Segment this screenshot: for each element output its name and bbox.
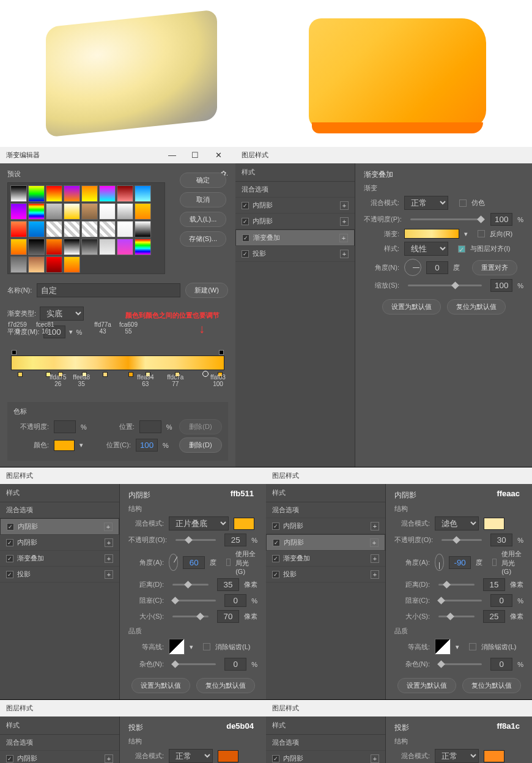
style-item[interactable]: ✓内阴影+ bbox=[235, 214, 355, 229]
preset-swatch[interactable] bbox=[10, 256, 27, 273]
size-slider[interactable] bbox=[172, 616, 209, 617]
scale-slider[interactable] bbox=[408, 285, 482, 286]
ok-button[interactable]: 确定 bbox=[180, 173, 226, 188]
save-button[interactable]: 存储(S)... bbox=[180, 231, 226, 247]
preset-swatch[interactable] bbox=[135, 221, 151, 237]
preset-swatch[interactable] bbox=[135, 203, 151, 220]
preset-swatch[interactable] bbox=[117, 221, 133, 237]
preset-swatch[interactable] bbox=[46, 256, 62, 273]
gradient-bar[interactable] bbox=[11, 355, 224, 370]
load-button[interactable]: 载入(L)... bbox=[180, 212, 226, 227]
opacity-input[interactable] bbox=[490, 213, 512, 226]
style-item[interactable]: ✓内阴影+ bbox=[266, 518, 385, 534]
preset-swatch[interactable] bbox=[64, 185, 80, 202]
close-button[interactable]: ✕ bbox=[208, 147, 229, 163]
style-item[interactable]: ✓内阴影+ bbox=[0, 751, 119, 763]
style-item[interactable]: ✓投影+ bbox=[266, 567, 385, 582]
opacity-input[interactable] bbox=[224, 534, 246, 546]
reset-default-button[interactable]: 复位为默认值 bbox=[196, 678, 255, 693]
blend-mode-select[interactable]: 滤色 bbox=[435, 516, 479, 530]
blend-mode-select[interactable]: 正常 bbox=[404, 196, 448, 210]
size-input[interactable] bbox=[483, 610, 505, 623]
preset-swatch[interactable] bbox=[64, 256, 80, 273]
angle-dial[interactable] bbox=[404, 259, 421, 276]
choke-slider[interactable] bbox=[438, 600, 482, 601]
contour-swatch[interactable] bbox=[435, 639, 451, 655]
style-item[interactable]: ✓内阴影+ bbox=[266, 751, 385, 763]
contour-swatch[interactable] bbox=[169, 639, 185, 655]
style-item[interactable]: ✓投影+ bbox=[235, 246, 355, 262]
set-default-button[interactable]: 设置为默认值 bbox=[397, 678, 456, 693]
preset-swatch[interactable] bbox=[99, 221, 116, 237]
dither-checkbox[interactable] bbox=[459, 199, 467, 207]
noise-slider[interactable] bbox=[172, 663, 216, 665]
reset-default-button[interactable]: 复位为默认值 bbox=[462, 678, 521, 693]
gradient-preview[interactable] bbox=[404, 229, 459, 239]
preset-swatch[interactable] bbox=[10, 221, 27, 237]
reverse-checkbox[interactable] bbox=[478, 230, 485, 237]
preset-swatch[interactable] bbox=[28, 239, 45, 255]
distance-slider[interactable] bbox=[172, 584, 209, 586]
color-chip[interactable] bbox=[484, 750, 504, 762]
style-item[interactable]: ✓渐变叠加+ bbox=[235, 229, 355, 246]
preset-swatch[interactable] bbox=[117, 203, 133, 220]
global-light-checkbox[interactable] bbox=[226, 559, 231, 566]
style-item[interactable]: ✓渐变叠加+ bbox=[266, 551, 385, 567]
preset-swatch[interactable] bbox=[64, 239, 80, 255]
style-item[interactable]: ✓内阴影+ bbox=[0, 518, 119, 535]
preset-swatch[interactable] bbox=[28, 185, 45, 202]
preset-swatch[interactable] bbox=[46, 221, 62, 237]
blend-options-item[interactable]: 混合选项 bbox=[0, 735, 119, 751]
angle-dial[interactable] bbox=[435, 554, 444, 571]
reset-align-button[interactable]: 重置对齐 bbox=[472, 260, 517, 275]
color-chip[interactable] bbox=[484, 518, 504, 530]
antialias-checkbox[interactable] bbox=[203, 643, 210, 650]
noise-input[interactable] bbox=[224, 658, 246, 671]
cancel-button[interactable]: 取消 bbox=[180, 192, 226, 207]
style-item[interactable]: ✓投影+ bbox=[0, 567, 119, 582]
distance-input[interactable] bbox=[483, 578, 505, 591]
distance-slider[interactable] bbox=[438, 584, 475, 586]
distance-input[interactable] bbox=[217, 578, 239, 591]
preset-swatch[interactable] bbox=[28, 256, 45, 273]
opacity-stop[interactable] bbox=[12, 350, 17, 355]
color-chip[interactable] bbox=[234, 518, 254, 530]
preset-swatch[interactable] bbox=[99, 239, 116, 255]
angle-input[interactable] bbox=[449, 556, 471, 569]
preset-swatch[interactable] bbox=[28, 221, 45, 237]
size-slider[interactable] bbox=[438, 616, 475, 617]
maximize-button[interactable]: ☐ bbox=[185, 147, 206, 163]
preset-swatch[interactable] bbox=[10, 185, 27, 202]
reset-default-button[interactable]: 复位为默认值 bbox=[447, 299, 506, 315]
set-default-button[interactable]: 设置为默认值 bbox=[131, 678, 190, 693]
preset-swatch[interactable] bbox=[46, 185, 62, 202]
style-select[interactable]: 线性 bbox=[404, 242, 448, 256]
set-default-button[interactable]: 设置为默认值 bbox=[382, 299, 441, 315]
blend-options-item[interactable]: 混合选项 bbox=[266, 735, 385, 751]
style-item[interactable]: ✓内阴影+ bbox=[0, 535, 119, 551]
preset-swatch[interactable] bbox=[135, 239, 151, 255]
grad-type-select[interactable]: 实底 bbox=[40, 307, 84, 321]
minimize-button[interactable]: — bbox=[161, 147, 183, 163]
style-item[interactable]: ✓内阴影+ bbox=[266, 534, 385, 551]
style-item[interactable]: ✓渐变叠加+ bbox=[0, 551, 119, 567]
angle-dial[interactable] bbox=[169, 554, 178, 571]
choke-input[interactable] bbox=[490, 594, 512, 607]
color-swatch[interactable] bbox=[54, 440, 75, 451]
style-item[interactable]: ✓内阴影+ bbox=[235, 198, 355, 214]
opacity-slider[interactable] bbox=[175, 539, 216, 541]
preset-swatch[interactable] bbox=[99, 185, 116, 202]
preset-swatch[interactable] bbox=[135, 185, 151, 202]
preset-swatch[interactable] bbox=[10, 239, 27, 255]
global-light-checkbox[interactable] bbox=[492, 559, 497, 566]
blend-mode-select[interactable]: 正常 bbox=[435, 749, 479, 763]
choke-slider[interactable] bbox=[172, 600, 216, 601]
angle-input[interactable] bbox=[183, 556, 205, 569]
blend-mode-select[interactable]: 正常 bbox=[169, 749, 213, 763]
position-c-input[interactable] bbox=[136, 439, 158, 452]
preset-swatch[interactable] bbox=[81, 221, 98, 237]
blend-options-item[interactable]: 混合选项 bbox=[266, 502, 385, 518]
antialias-checkbox[interactable] bbox=[469, 643, 476, 650]
size-input[interactable] bbox=[217, 610, 239, 623]
preset-swatch[interactable] bbox=[117, 185, 133, 202]
